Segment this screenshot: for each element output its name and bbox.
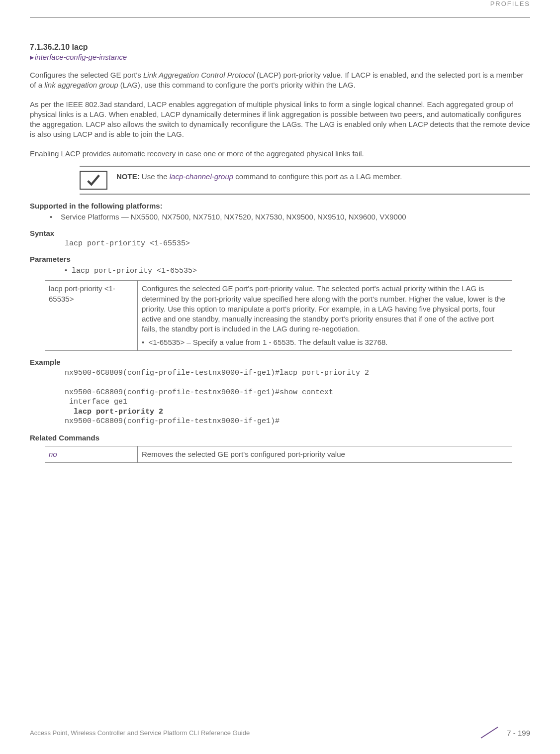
parameters-bullet: • lacp port-priority <1-65535> [65,265,530,276]
text: Configures the selected GE port's [30,71,143,79]
note-command-link: lacp-channel-group [170,172,233,181]
heading-example: Example [30,358,530,366]
table-row: no Removes the selected GE port's config… [45,446,512,462]
bullet-icon: • [65,265,72,275]
related-command-link: no [45,446,138,462]
breadcrumb: ▶interface-config-ge-instance [30,53,530,61]
svg-line-0 [481,727,498,738]
breadcrumb-arrow-icon: ▶ [30,54,34,60]
supported-platforms-item: • Service Platforms — NX5500, NX7500, NX… [50,212,530,222]
heading-syntax: Syntax [30,229,530,237]
bullet-icon: • [50,212,61,222]
breadcrumb-text: interface-config-ge-instance [35,53,127,61]
text-italic: link aggregation group [44,81,118,89]
page-footer: Access Point, Wireless Controller and Se… [30,725,530,740]
table-cell-description: Configures the selected GE port's port-p… [142,284,508,334]
heading-related-commands: Related Commands [30,433,530,442]
code-line: nx9500-6C8809(config-profile-testnx9000-… [65,417,280,426]
related-command-description: Removes the selected GE port's configure… [138,446,513,462]
heading-parameters: Parameters [30,255,530,263]
code-line: nx9500-6C8809(config-profile-testnx9000-… [65,388,333,397]
code-line: nx9500-6C8809(config-profile-testnx9000-… [65,369,369,377]
table-sub-bullet: • <1-65535> – Specify a value from 1 - 6… [142,337,508,347]
note-text: NOTE: Use the lacp-channel-group command… [116,169,402,192]
text: (LAG), use this command to configure the… [118,81,356,89]
page-number: 7 - 199 [507,729,530,737]
heading-supported-platforms: Supported in the following platforms: [30,202,530,210]
section-number: 7.1.36.2.10 [30,43,70,51]
example-code: nx9500-6C8809(config-profile-testnx9000-… [65,368,530,427]
parameters-code: lacp port-priority <1-65535> [72,266,197,276]
supported-platforms-text: Service Platforms — NX5500, NX7500, NX75… [61,212,406,222]
header-rule [30,17,530,18]
related-commands-table: no Removes the selected GE port's config… [45,446,512,463]
text: command to configure this port as a LAG … [233,172,402,181]
section-heading: 7.1.36.2.10 lacp [30,43,530,52]
checkmark-icon [80,171,107,190]
syntax-code: lacp port-priority <1-65535> [65,239,530,248]
note-label: NOTE: [116,172,140,181]
table-cell-left: lacp port-priority <1-65535> [45,281,138,351]
bullet-icon: • [142,338,144,346]
table-sub-text: <1-65535> – Specify a value from 1 - 655… [149,338,388,346]
note-block: NOTE: Use the lacp-channel-group command… [80,166,530,195]
table-cell-right: Configures the selected GE port's port-p… [138,281,513,351]
footer-doc-title: Access Point, Wireless Controller and Se… [30,729,250,737]
paragraph-1: Configures the selected GE port's Link A… [30,70,530,91]
paragraph-3: Enabling LACP provides automatic recover… [30,149,530,159]
text: Use the [140,172,170,181]
code-line: interface ge1 [65,398,127,406]
page-number-box: 7 - 199 [478,725,530,740]
header-category: PROFILES [30,0,530,10]
section-title: lacp [72,43,88,51]
page-slash-icon [478,725,501,740]
text-italic: Link Aggregation Control Protocol [143,71,255,79]
table-row: lacp port-priority <1-65535> Configures … [45,281,512,351]
parameters-table: lacp port-priority <1-65535> Configures … [45,280,512,351]
paragraph-2: As per the IEEE 802.3ad standard, LACP e… [30,100,530,140]
code-line-bold: lacp port-priority 2 [65,408,163,416]
